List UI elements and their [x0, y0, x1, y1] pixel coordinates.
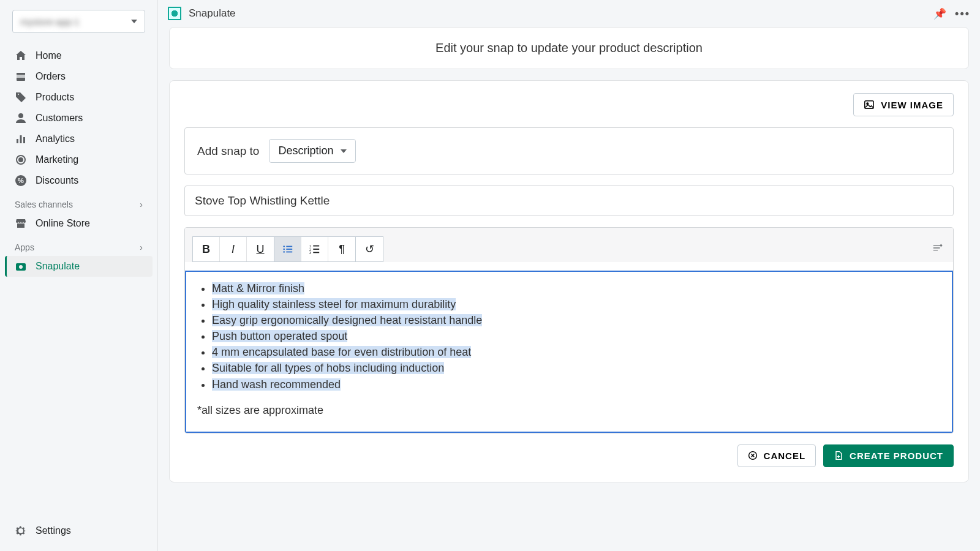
app-logo-icon	[168, 7, 181, 20]
underline-button[interactable]: U	[247, 237, 274, 261]
button-label: CANCEL	[764, 451, 806, 461]
sidebar-item-label: Products	[36, 92, 74, 103]
bullet-item: Suitable for all types of hobs including…	[212, 362, 444, 374]
bullet-item: High quality stainless steel for maximum…	[212, 298, 456, 310]
undo-button[interactable]: ↺	[356, 237, 383, 261]
store-name: mystore-app-1	[20, 17, 80, 27]
rich-text-editor: B I U 123 ¶ ↺	[184, 227, 954, 433]
inbox-icon	[15, 70, 27, 83]
svg-rect-19	[313, 246, 319, 247]
svg-rect-13	[286, 246, 292, 247]
svg-rect-2	[20, 135, 22, 143]
sidebar-section-apps: Apps ›	[5, 234, 153, 256]
store-icon	[15, 217, 27, 230]
target-icon	[15, 154, 27, 166]
italic-button[interactable]: I	[220, 237, 247, 261]
sidebar-item-online-store[interactable]: Online Store	[5, 213, 153, 234]
bold-button[interactable]: B	[193, 237, 220, 261]
app-bar: Snapulate 📌 •••	[158, 0, 980, 27]
camera-icon	[15, 260, 27, 272]
sidebar: mystore-app-1 Home Orders Products Custo…	[0, 0, 158, 551]
view-image-button[interactable]: VIEW IMAGE	[853, 93, 954, 116]
file-plus-icon	[834, 451, 843, 460]
image-icon	[864, 99, 875, 110]
editor-body[interactable]: Matt & Mirror finish High quality stainl…	[185, 271, 953, 433]
sidebar-item-home[interactable]: Home	[5, 45, 153, 66]
store-selector[interactable]: mystore-app-1	[12, 10, 145, 33]
svg-point-5	[19, 158, 23, 162]
expand-icon[interactable]	[930, 240, 946, 258]
bullet-item: Push button operated spout	[212, 330, 347, 342]
sidebar-item-label: Home	[36, 50, 62, 61]
sidebar-item-label: Marketing	[36, 154, 78, 165]
svg-rect-15	[286, 249, 292, 250]
create-product-button[interactable]: CREATE PRODUCT	[823, 444, 954, 467]
svg-rect-21	[313, 249, 319, 250]
svg-rect-1	[17, 139, 18, 143]
tag-icon	[15, 91, 27, 103]
chevron-down-icon	[341, 149, 347, 153]
sidebar-item-snapulate[interactable]: Snapulate	[5, 256, 153, 277]
close-circle-icon	[748, 451, 758, 460]
numbered-list-button[interactable]: 123	[301, 237, 328, 261]
svg-text:3: 3	[309, 251, 311, 255]
destination-select[interactable]: Description	[269, 139, 356, 163]
sidebar-item-label: Orders	[36, 71, 66, 82]
sidebar-section-sales: Sales channels ›	[5, 191, 153, 213]
banner-text: Edit your snap to update your product de…	[435, 41, 703, 54]
button-label: VIEW IMAGE	[881, 100, 943, 110]
bullet-item: Easy grip ergonomically designed heat re…	[212, 314, 482, 326]
svg-text:%: %	[18, 177, 24, 184]
bullet-item: 4 mm encapsulated base for even distribu…	[212, 346, 471, 358]
svg-rect-10	[865, 101, 873, 109]
home-icon	[15, 50, 27, 62]
sidebar-item-orders[interactable]: Orders	[5, 66, 153, 87]
sidebar-item-label: Online Store	[36, 218, 90, 229]
svg-rect-23	[313, 252, 319, 253]
pin-icon[interactable]: 📌	[933, 7, 946, 20]
add-snap-label: Add snap to	[197, 144, 259, 158]
bullet-item: Matt & Mirror finish	[212, 282, 304, 294]
svg-rect-3	[23, 137, 25, 143]
banner-card: Edit your snap to update your product de…	[169, 27, 969, 69]
discount-icon: %	[15, 174, 27, 187]
button-label: CREATE PRODUCT	[850, 451, 943, 461]
editor-card: VIEW IMAGE Add snap to Description	[169, 80, 969, 482]
editor-toolbar: B I U 123 ¶ ↺	[185, 228, 953, 262]
cancel-button[interactable]: CANCEL	[737, 444, 816, 467]
section-label: Sales channels	[15, 200, 73, 209]
sidebar-item-label: Customers	[36, 113, 83, 124]
analytics-icon	[15, 133, 27, 145]
sidebar-item-label: Settings	[36, 525, 71, 536]
svg-point-9	[19, 265, 23, 269]
chevron-down-icon	[131, 20, 137, 23]
sidebar-item-products[interactable]: Products	[5, 87, 153, 108]
section-label: Apps	[15, 242, 34, 252]
svg-rect-17	[286, 252, 292, 253]
sidebar-item-discounts[interactable]: % Discounts	[5, 170, 153, 191]
svg-point-16	[283, 251, 285, 253]
svg-point-14	[283, 249, 285, 250]
sidebar-item-settings[interactable]: Settings	[5, 520, 153, 541]
user-icon	[15, 112, 27, 124]
more-icon[interactable]: •••	[955, 7, 970, 20]
bullet-item: Hand wash recommended	[212, 378, 341, 391]
select-value: Description	[278, 144, 333, 157]
sidebar-item-customers[interactable]: Customers	[5, 108, 153, 129]
app-title: Snapulate	[189, 7, 236, 20]
bullet-list-button[interactable]	[274, 237, 301, 261]
chevron-right-icon[interactable]: ›	[140, 200, 143, 209]
sidebar-item-analytics[interactable]: Analytics	[5, 129, 153, 149]
paragraph-button[interactable]: ¶	[328, 237, 355, 261]
svg-point-12	[283, 246, 285, 247]
footnote: *all sizes are approximate	[197, 402, 941, 418]
sidebar-item-label: Snapulate	[36, 261, 80, 272]
sidebar-item-marketing[interactable]: Marketing	[5, 149, 153, 170]
destination-row: Add snap to Description	[184, 127, 954, 174]
chevron-right-icon[interactable]: ›	[140, 242, 143, 252]
sidebar-item-label: Discounts	[36, 175, 78, 186]
gear-icon	[15, 525, 27, 537]
svg-point-0	[18, 113, 23, 118]
product-title-input[interactable]	[184, 186, 954, 216]
sidebar-item-label: Analytics	[36, 133, 75, 144]
